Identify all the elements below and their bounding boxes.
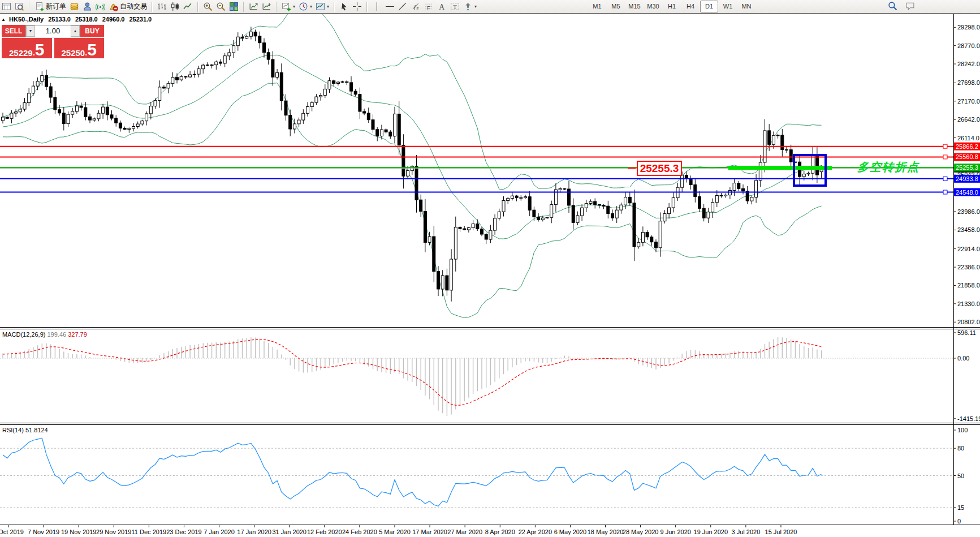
text-label-icon[interactable]: T xyxy=(450,2,460,11)
level-callout[interactable]: 25255.3 xyxy=(637,161,682,176)
chevron-down-icon: ▾ xyxy=(327,4,329,9)
toolbar-separator xyxy=(152,2,153,12)
symbol-period: HK50-,Daily xyxy=(9,16,44,23)
new-order-button[interactable]: 新订单 xyxy=(34,2,66,11)
cascade-charts-icon[interactable] xyxy=(262,2,271,11)
crosshair-icon[interactable] xyxy=(352,2,362,11)
text-icon[interactable]: A xyxy=(437,2,447,11)
svg-text:19 Nov 2019: 19 Nov 2019 xyxy=(61,529,96,535)
rsi-name: RSI(14) xyxy=(2,427,24,433)
community-icon[interactable] xyxy=(83,2,92,11)
main-toolbar: 新订单 自动交易 ▾ ▾ ▾ xyxy=(0,0,980,14)
svg-text:8 Apr 2020: 8 Apr 2020 xyxy=(485,529,515,535)
timeframe-m15[interactable]: M15 xyxy=(625,1,644,12)
callout-tick xyxy=(628,167,636,169)
quotes-gold-icon[interactable] xyxy=(70,2,79,11)
consolidation-rectangle[interactable] xyxy=(793,154,827,187)
svg-text:ƒ: ƒ xyxy=(413,4,416,10)
timeframe-w1[interactable]: W1 xyxy=(719,1,737,12)
zoom-out-icon[interactable] xyxy=(216,2,226,11)
macd-name: MACD(12,26,9) xyxy=(2,331,45,338)
ohlc-close: 25231.0 xyxy=(129,16,152,23)
svg-text:15: 15 xyxy=(957,504,964,511)
volume-increase-button[interactable]: ▲ xyxy=(71,25,80,37)
sell-button[interactable]: SELL xyxy=(2,25,25,37)
signals-icon[interactable] xyxy=(96,2,105,11)
line-chart-icon[interactable] xyxy=(183,2,193,11)
svg-text:20802.0: 20802.0 xyxy=(957,319,980,325)
timeframe-h1[interactable]: H1 xyxy=(663,1,681,12)
add-indicator-button[interactable]: ▾ xyxy=(282,2,295,11)
add-indicator-icon xyxy=(282,2,291,11)
buy-price-main: 25250 xyxy=(61,49,85,57)
svg-text:17 Mar 2020: 17 Mar 2020 xyxy=(412,529,447,535)
autotrade-icon xyxy=(109,2,118,11)
svg-text:E: E xyxy=(417,7,419,11)
svg-text:23458.0: 23458.0 xyxy=(957,226,980,233)
new-order-label: 新订单 xyxy=(46,2,66,11)
templates-button[interactable]: ▾ xyxy=(316,2,329,11)
macd-value-signal: 327.79 xyxy=(68,331,87,338)
svg-text:21330.0: 21330.0 xyxy=(957,300,980,307)
bar-chart-icon[interactable] xyxy=(157,2,167,11)
svg-text:25560.8: 25560.8 xyxy=(956,153,978,160)
cursor-icon[interactable] xyxy=(339,2,349,11)
fibonacci-icon[interactable]: ƒE xyxy=(411,2,421,11)
svg-text:0.00: 0.00 xyxy=(957,355,969,362)
chat-icon[interactable] xyxy=(905,1,915,11)
ohlc-open: 25133.0 xyxy=(48,16,71,23)
timeframe-m30[interactable]: M30 xyxy=(644,1,662,12)
trendline-icon[interactable] xyxy=(398,2,408,11)
timeframe-m5[interactable]: M5 xyxy=(607,1,625,12)
svg-text:11 Dec 2019: 11 Dec 2019 xyxy=(132,529,167,535)
svg-text:15 Jul 2020: 15 Jul 2020 xyxy=(765,529,797,535)
timeframe-m1[interactable]: M1 xyxy=(588,1,606,12)
vertical-line-icon[interactable] xyxy=(372,2,382,11)
one-click-trading-panel: SELL ▼ ▲ BUY 25229.5 25250.5 xyxy=(2,25,104,58)
autotrade-button[interactable]: 自动交易 xyxy=(109,2,147,11)
buy-button[interactable]: BUY xyxy=(80,25,104,37)
rsi-value: 51.8124 xyxy=(25,427,48,433)
horizontal-line-icon[interactable] xyxy=(385,2,395,11)
arrange-charts-icon[interactable] xyxy=(249,2,258,11)
toolbar-separator xyxy=(276,2,277,12)
svg-text:80: 80 xyxy=(957,445,964,452)
zoom-in-icon[interactable] xyxy=(203,2,213,11)
volume-input[interactable] xyxy=(35,25,71,37)
ohlc-low: 24960.0 xyxy=(102,16,125,23)
timeframe-mn[interactable]: MN xyxy=(737,1,755,12)
tile-windows-icon[interactable] xyxy=(229,2,239,11)
svg-text:6 May 2020: 6 May 2020 xyxy=(554,529,586,535)
data-window-icon[interactable] xyxy=(15,2,24,11)
svg-text:25255.3: 25255.3 xyxy=(956,164,978,171)
buy-price[interactable]: 25250.5 xyxy=(54,38,105,58)
toolbar-separator xyxy=(243,2,244,12)
svg-text:24548.0: 24548.0 xyxy=(956,189,978,196)
chevron-down-icon: ▾ xyxy=(474,4,477,9)
svg-text:F: F xyxy=(427,5,430,11)
fibo-levels-icon[interactable]: F xyxy=(424,2,434,11)
svg-text:A: A xyxy=(439,3,444,11)
timeframe-d1[interactable]: D1 xyxy=(700,1,718,12)
chart-canvas[interactable]: 29298.028770.028242.027698.027170.026642… xyxy=(0,0,980,537)
svg-text:21858.0: 21858.0 xyxy=(957,282,980,289)
arrows-button[interactable]: ▾ xyxy=(463,2,477,11)
search-icon[interactable] xyxy=(888,1,897,11)
svg-text:5 Mar 2020: 5 Mar 2020 xyxy=(379,529,411,535)
sell-price[interactable]: 25229.5 xyxy=(2,38,52,58)
timeframe-h4[interactable]: H4 xyxy=(681,1,700,12)
svg-text:12 Feb 2020: 12 Feb 2020 xyxy=(307,529,342,535)
svg-text:50: 50 xyxy=(957,472,964,479)
chevron-down-icon: ▾ xyxy=(310,4,312,9)
collapse-triangle-icon[interactable]: ▴ xyxy=(2,17,5,22)
timeframe-toolbar: M1M5M15M30H1H4D1W1MN xyxy=(588,1,755,12)
svg-text:27170.0: 27170.0 xyxy=(957,98,980,105)
volume-decrease-button[interactable]: ▼ xyxy=(26,25,35,37)
svg-text:23 Dec 2019: 23 Dec 2019 xyxy=(166,529,201,535)
chart-window-icon[interactable] xyxy=(2,2,11,11)
toolbar-separator xyxy=(197,2,198,12)
turning-point-annotation[interactable]: 多空转折点 xyxy=(857,160,919,175)
periods-button[interactable]: ▾ xyxy=(299,2,312,11)
candle-chart-icon[interactable] xyxy=(170,2,180,11)
terminal-window: 新订单 自动交易 ▾ ▾ ▾ xyxy=(0,0,980,537)
